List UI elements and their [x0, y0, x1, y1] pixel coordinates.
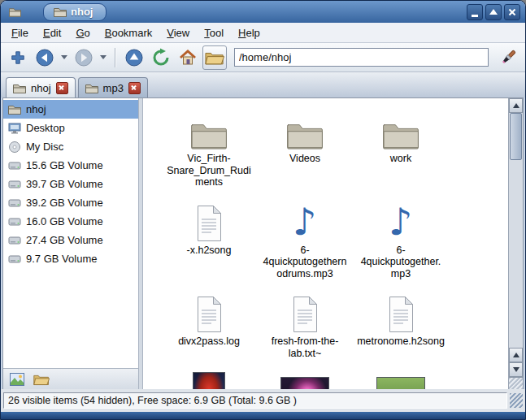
titlebar[interactable]: nhoj [1, 1, 525, 23]
open-folder-icon [33, 373, 50, 386]
toolbar [1, 43, 525, 72]
icon-view-toggle-button[interactable] [7, 370, 28, 388]
disc-icon [8, 141, 21, 154]
open-folder-button[interactable] [202, 45, 227, 70]
tab-nhoj[interactable]: nhoj [6, 77, 76, 97]
file-name: 6-4quickputogethernodrums.mp3 [261, 245, 349, 280]
back-history-dropdown-icon[interactable] [61, 55, 67, 59]
vertical-scrollbar[interactable] [508, 98, 523, 389]
address-input[interactable] [234, 48, 489, 67]
picture-icon [10, 373, 24, 386]
scrollbar-corner [509, 377, 523, 389]
folder-icon [286, 119, 324, 150]
menu-bookmark[interactable]: Bookmark [98, 24, 160, 41]
maximize-button[interactable] [485, 4, 502, 20]
sidebar-item-label: Desktop [26, 122, 65, 134]
down-arrow-icon [513, 367, 519, 372]
file-item[interactable]: moho1.jpg [257, 369, 353, 389]
sidebar-item-my-disc[interactable]: My Disc [3, 137, 138, 156]
menu-view[interactable]: View [159, 24, 197, 41]
brush-icon [499, 49, 517, 67]
menu-help[interactable]: Help [231, 24, 267, 41]
directory-tree-toggle-button[interactable] [31, 370, 52, 388]
file-item[interactable]: metronome.h2song [353, 289, 449, 359]
sidebar-item-label: nhoj [26, 103, 46, 115]
up-arrow-icon [513, 353, 519, 357]
scrollbar-track[interactable] [509, 113, 523, 348]
file-name: -x.h2song [187, 245, 232, 257]
menu-file[interactable]: File [4, 24, 36, 41]
menu-edit[interactable]: Edit [36, 24, 68, 41]
forward-history-dropdown-icon[interactable] [100, 55, 107, 59]
scroll-up-button[interactable] [509, 98, 523, 113]
file-name: metronome.h2song [357, 336, 445, 348]
places-list: nhoj Desktop My Disc 15.6 GB Volume 39.7… [3, 98, 138, 368]
sidebar-item-label: My Disc [26, 141, 63, 153]
file-item[interactable]: work [353, 106, 449, 188]
file-item[interactable]: -x.h2song [161, 198, 257, 280]
file-item[interactable]: ♪ 6-4quickputogethernodrums.mp3 [257, 198, 353, 280]
sidebar-item-label: 39.2 GB Volume [26, 197, 103, 209]
plus-icon [10, 50, 26, 66]
content-area: nhoj Desktop My Disc 15.6 GB Volume 39.7… [2, 97, 524, 389]
text-file-icon [289, 296, 320, 333]
tab-mp3[interactable]: mp3 [78, 77, 148, 97]
file-item[interactable]: Vic_Firth-Snare_Drum_Rudiments [161, 106, 257, 188]
side-pane: nhoj Desktop My Disc 15.6 GB Volume 39.7… [3, 98, 138, 389]
status-text: 26 visible items (54 hidden), Free space… [3, 392, 507, 409]
new-tab-button[interactable] [6, 45, 30, 70]
sidebar-item-nhoj[interactable]: nhoj [3, 100, 138, 119]
home-button[interactable] [176, 45, 200, 70]
window-controls [467, 4, 522, 20]
cleanup-brush-button[interactable] [496, 45, 520, 70]
sidebar-item-label: 39.7 GB Volume [26, 178, 103, 190]
menu-go[interactable]: Go [68, 24, 97, 41]
folder-icon [382, 119, 419, 150]
menu-tool[interactable]: Tool [197, 24, 231, 41]
resize-grip[interactable] [510, 393, 523, 408]
back-button[interactable] [33, 45, 57, 70]
reload-icon [151, 48, 171, 67]
maximize-icon [489, 9, 498, 15]
file-item[interactable]: moho.jpg [161, 369, 257, 389]
file-item[interactable]: fresh-from-the-lab.txt~ [257, 289, 353, 359]
open-folder-icon [205, 50, 224, 66]
file-item[interactable]: ♪ 6-4quickputogether.mp3 [353, 198, 449, 280]
file-item[interactable]: divx2pass.log [161, 289, 257, 359]
minimize-button[interactable] [467, 4, 483, 20]
sidebar-item-volume-27-4[interactable]: 27.4 GB Volume [3, 231, 138, 249]
folder-icon [9, 6, 21, 17]
drive-icon [8, 253, 21, 266]
forward-arrow-icon [74, 48, 93, 67]
file-item[interactable]: Videos [257, 106, 353, 188]
scroll-down-button[interactable] [509, 362, 523, 377]
scrollbar-thumb[interactable] [510, 113, 522, 160]
file-item[interactable]: moho2.jpg [353, 369, 449, 389]
up-arrow-icon [513, 103, 519, 108]
file-name: Videos [289, 153, 320, 165]
scroll-up-button-bottom[interactable] [509, 348, 523, 362]
file-view: Vic_Firth-Snare_Drum_Rudiments Videos wo… [143, 98, 508, 389]
sidebar-item-label: 16.0 GB Volume [26, 215, 103, 227]
sidebar-item-volume-16-0[interactable]: 16.0 GB Volume [3, 212, 138, 231]
sidebar-item-volume-39-2[interactable]: 39.2 GB Volume [3, 193, 138, 212]
up-button[interactable] [122, 45, 146, 70]
folder-icon [13, 83, 26, 93]
image-thumbnail [280, 377, 329, 389]
window-menu-button[interactable] [7, 5, 22, 19]
sidebar-item-desktop[interactable]: Desktop [3, 119, 138, 137]
folder-icon [190, 119, 228, 150]
reload-button[interactable] [149, 45, 173, 70]
tab-close-icon[interactable] [128, 82, 141, 94]
desktop-icon [8, 122, 21, 135]
close-button[interactable] [504, 4, 520, 20]
window-title: nhoj [71, 6, 93, 18]
title-tab: nhoj [43, 3, 107, 21]
sidebar-item-volume-15-6[interactable]: 15.6 GB Volume [3, 156, 138, 175]
drive-icon [8, 159, 21, 172]
forward-button[interactable] [72, 45, 96, 70]
sidebar-item-volume-39-7[interactable]: 39.7 GB Volume [3, 175, 138, 193]
tab-close-icon[interactable] [56, 82, 68, 94]
drive-icon [8, 178, 21, 191]
sidebar-item-volume-9-7[interactable]: 9.7 GB Volume [3, 249, 138, 268]
